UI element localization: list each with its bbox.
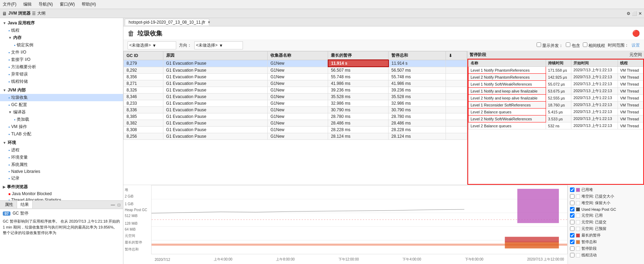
- legend-checkbox-6[interactable]: [570, 226, 574, 231]
- menu-file[interactable]: 文件(F): [1, 1, 18, 8]
- table-row[interactable]: 8,336 G1 Evacuation Pause G1New 30.790 m…: [124, 107, 467, 113]
- sidebar-item-thread[interactable]: ▪ 线程: [0, 27, 123, 34]
- dropdown-direction[interactable]: <未做选择> ▼: [194, 41, 243, 49]
- table-row[interactable]: 8,385 G1 Evacuation Pause G1New 28.780 m…: [124, 113, 467, 120]
- legend-label: 最长的暂停: [581, 233, 601, 238]
- sidebar-item-event-browser[interactable]: ▶ 事件浏览器: [0, 183, 123, 191]
- sidebar-item-exceptions[interactable]: ▪ 异常错误: [0, 71, 123, 78]
- menu-window[interactable]: 窗口(W): [58, 1, 76, 8]
- sidebar-item-vm-ops[interactable]: ▪ VM 操作: [0, 123, 123, 130]
- check-show-concurrent[interactable]: [537, 42, 541, 47]
- y-section-heap: 堆: [125, 187, 128, 192]
- x-label-3: 下午12:00:00: [339, 257, 359, 262]
- sidebar-item-class-load[interactable]: ▪ 类加载: [0, 116, 123, 123]
- legend-checkbox-1[interactable]: [570, 194, 574, 199]
- detail-row[interactable]: Level 1 Notify Soft/WeakReferences 55.07…: [468, 81, 643, 88]
- table-row[interactable]: 8,279 G1 Evacuation Pause G1New 11.914 s…: [124, 60, 467, 67]
- toolbar-btn-1[interactable]: ⚙: [627, 11, 630, 16]
- sidebar-item-lock-instances[interactable]: ▪ 锁定实例: [0, 41, 123, 49]
- legend-color-swatch: [576, 194, 580, 199]
- sidebar-item-tlab[interactable]: ▪ TLAB 分配: [0, 130, 123, 138]
- sidebar-item-thread-dump[interactable]: ▪ 线程转储: [0, 78, 123, 85]
- tab-properties[interactable]: 属性: [1, 201, 17, 208]
- table-row[interactable]: 8,271 G1 Evacuation Pause G1New 41.986 m…: [124, 80, 467, 87]
- dropdown-filter[interactable]: <未做选择> ▼: [128, 41, 176, 49]
- sidebar-item-java-monitor-blocked[interactable]: ■ Java Monitor Blocked: [0, 191, 123, 197]
- detail-table-container[interactable]: 名称 持续时间 开始时间 线程 Level 1 Notify PhantomRe…: [467, 59, 644, 185]
- toolbar-btn-2[interactable]: ⬜: [632, 11, 637, 16]
- dcol-duration: 持续时间: [546, 60, 571, 67]
- sidebar-item-memory[interactable]: ▼ 内存: [0, 34, 123, 41]
- sidebar-item-gc-config[interactable]: ▪ GC 配置: [0, 101, 123, 109]
- sidebar-item-env[interactable]: ▼ 环境: [0, 139, 123, 146]
- detail-row[interactable]: Level 2 Notify PhantomReferences 142.925…: [468, 74, 643, 81]
- sidebar-item-compiler[interactable]: ▼ 编译器: [0, 109, 123, 116]
- detail-row[interactable]: Level 2 Notify Soft/WeakReferences 3.533…: [468, 115, 643, 122]
- menu-edit[interactable]: 编辑: [22, 1, 33, 8]
- table-row[interactable]: 8,292 G1 Evacuation Pause G1New 56.507 m…: [124, 67, 467, 74]
- legend-checkbox-3[interactable]: [570, 207, 574, 211]
- cell-extra: [446, 87, 467, 94]
- legend-checkbox-4[interactable]: [570, 213, 574, 218]
- tab-results[interactable]: 结果: [17, 201, 33, 208]
- panel-maximize[interactable]: □: [116, 202, 122, 207]
- sidebar-item-native-libs[interactable]: ▪ Native Libraries: [0, 168, 123, 175]
- legend-label: 元空间: 已提交: [581, 219, 606, 225]
- menu-nav[interactable]: 导航(N): [37, 1, 54, 8]
- table-row[interactable]: 8,356 G1 Evacuation Pause G1New 55.748 m…: [124, 74, 467, 80]
- table-row[interactable]: 8,326 G1 Evacuation Pause G1New 39.236 m…: [124, 87, 467, 94]
- sidebar-item-socket-io[interactable]: ▪ 套接字 I/O: [0, 56, 123, 63]
- svg-rect-8: [505, 237, 559, 242]
- toolbar-btn-3[interactable]: ✕: [638, 11, 642, 16]
- sidebar-label-thread-dump: 线程转储: [11, 79, 28, 85]
- x-label-2: 上午8:00:00: [276, 257, 294, 262]
- dcell-start: 2020/7/13 上午1:22:13: [571, 88, 618, 95]
- menu-help[interactable]: 帮助(H): [80, 1, 97, 8]
- sidebar-item-jvm-internal[interactable]: ▼ JVM 内部: [0, 87, 123, 94]
- thread-icon: ▪: [8, 28, 10, 33]
- sidebar-item-sys-props[interactable]: ▪ 系统属性: [0, 161, 123, 168]
- legend-item: 元空间: 已用: [570, 213, 642, 218]
- check-interlace[interactable]: [583, 42, 587, 47]
- table-row[interactable]: 8,233 G1 Evacuation Pause G1New 32.986 m…: [124, 100, 467, 107]
- bottom-tabs: 属性 结果 — □: [0, 201, 123, 209]
- main-tab[interactable]: hotspot-pid-19-2020_07_13_08_10_11.jfr: [125, 19, 209, 25]
- sidebar-item-thread-alloc-stats[interactable]: ▪ Thread Allocation Statistics: [0, 197, 123, 200]
- sidebar-item-method-analysis[interactable]: ▪ 方法概要分析: [0, 63, 123, 71]
- legend-checkbox-2[interactable]: [570, 201, 574, 205]
- table-container[interactable]: GC ID 原因 收集器名称 最长的暂停 暂停总和 ⬇: [123, 51, 467, 185]
- sidebar-item-java-app[interactable]: ▼ Java 应用程序: [0, 19, 123, 27]
- main-layout: ▼ Java 应用程序 ▪ 线程 ▼ 内存 ▪ 锁定实例 ▪ 文件 I/O ▪ …: [0, 18, 644, 264]
- legend-checkbox-0[interactable]: [570, 187, 574, 192]
- detail-row[interactable]: Level 1 Reconsider SoftReferences 18.760…: [468, 102, 643, 109]
- dcell-duration: 3.533 μs: [546, 115, 571, 122]
- check-include[interactable]: [566, 42, 570, 47]
- detail-row[interactable]: Level 2 Balance queues 532 ns 2020/7/13 …: [468, 122, 643, 129]
- detail-row[interactable]: Level 1 Notify and keep alive finalizabl…: [468, 88, 643, 95]
- tab-close[interactable]: ×: [208, 20, 210, 25]
- detail-row[interactable]: Level 2 Balance queues 5.415 μs 2020/7/1…: [468, 109, 643, 115]
- table-row[interactable]: 8,308 G1 Evacuation Pause G1New 28.228 m…: [124, 127, 467, 133]
- table-row[interactable]: 8,382 G1 Evacuation Pause G1New 28.486 m…: [124, 120, 467, 127]
- sidebar-item-file-io[interactable]: ▪ 文件 I/O: [0, 49, 123, 56]
- settings-btn[interactable]: 设置: [631, 42, 640, 48]
- panel-minimize[interactable]: —: [109, 202, 116, 207]
- sidebar-item-process[interactable]: ▪ 进程: [0, 146, 123, 154]
- detail-row[interactable]: Level 2 Notify and keep alive finalizabl…: [468, 95, 643, 102]
- table-row[interactable]: 8,256 G1 Evacuation Pause G1New 28.124 m…: [124, 133, 467, 140]
- error-icon: 🔴: [632, 30, 640, 37]
- sidebar-item-logging[interactable]: ▪ 记录: [0, 175, 123, 182]
- table-row[interactable]: 8,346 G1 Evacuation Pause G1New 35.528 m…: [124, 94, 467, 100]
- sidebar-item-env-vars[interactable]: ▪ 环境变量: [0, 154, 123, 161]
- legend-checkbox-5[interactable]: [570, 220, 574, 224]
- legend-checkbox-10[interactable]: [570, 253, 574, 257]
- sidebar-item-garbage-collect[interactable]: ▪ 垃圾收集: [0, 94, 123, 101]
- col-sort[interactable]: ⬇: [446, 51, 467, 60]
- legend-checkbox-7[interactable]: [570, 233, 574, 238]
- result-badge-label: GC 暂停: [13, 210, 28, 216]
- detail-row[interactable]: Level 1 Notify PhantomReferences 171.558…: [468, 67, 643, 74]
- dcell-level-name: Level 1 Reconsider SoftReferences: [468, 102, 546, 109]
- legend-checkbox-8[interactable]: [570, 240, 574, 244]
- legend-checkbox-9[interactable]: [570, 246, 574, 251]
- cell-gc-id: 8,326: [124, 87, 163, 94]
